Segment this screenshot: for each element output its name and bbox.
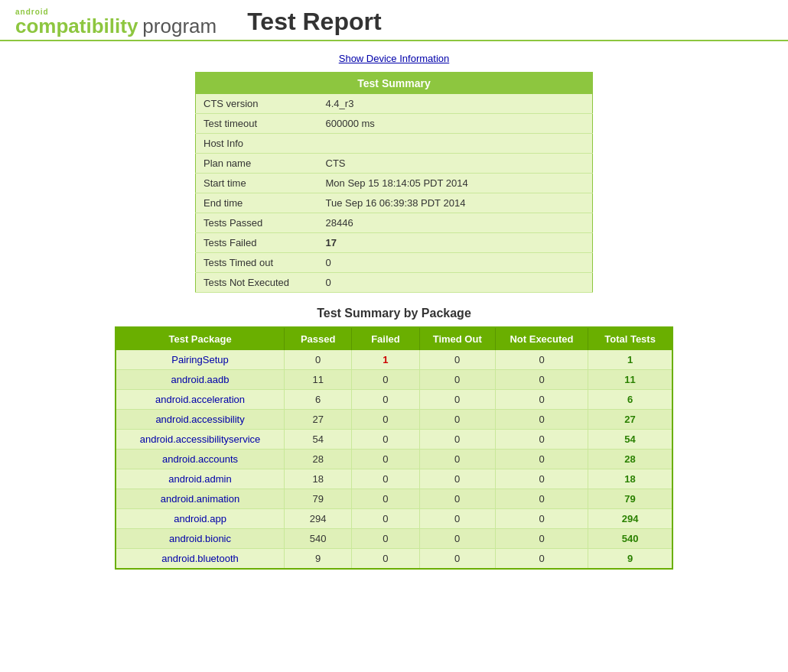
summary-label: Tests Timed out [196,253,318,273]
package-name: android.accessibility [116,410,285,430]
col-test-package: Test Package [116,327,285,350]
summary-label: Tests Failed [196,233,318,253]
passed-count: 27 [285,410,352,430]
col-total-tests: Total Tests [588,327,672,350]
package-link[interactable]: android.accounts [162,453,238,465]
summary-header-row: Test Summary [196,73,593,95]
timed-out-count: 0 [419,350,495,370]
package-name: android.bionic [116,529,285,549]
package-table-header-row: Test Package Passed Failed Timed Out Not… [116,327,672,350]
passed-count: 294 [285,509,352,529]
summary-row: CTS version4.4_r3 [196,94,593,114]
failed-count: 0 [352,390,419,410]
package-link[interactable]: android.acceleration [155,394,245,405]
summary-row: Tests Not Executed0 [196,273,593,293]
total-count: 6 [588,390,672,410]
not-executed-count: 0 [495,430,588,450]
total-count: 54 [588,430,672,450]
page-title: Test Report [247,8,381,36]
failed-count: 0 [352,450,419,469]
timed-out-count: 0 [419,489,495,509]
failed-count: 0 [352,370,419,390]
package-link[interactable]: android.aadb [171,374,230,385]
summary-value: Tue Sep 16 06:39:38 PDT 2014 [318,193,593,213]
not-executed-count: 0 [495,390,588,410]
not-executed-count: 0 [495,469,588,489]
table-row: android.app294000294 [116,509,672,529]
not-executed-count: 0 [495,549,588,570]
summary-label: Tests Not Executed [196,273,318,293]
package-link[interactable]: android.app [174,513,226,524]
summary-label: Tests Passed [196,213,318,233]
summary-tbody: CTS version4.4_r3Test timeout600000 msHo… [196,94,593,293]
package-name: android.app [116,509,285,529]
package-name: android.accessibilityservice [116,430,285,450]
package-link[interactable]: android.admin [168,473,231,485]
failed-count: 0 [352,509,419,529]
summary-row: Start timeMon Sep 15 18:14:05 PDT 2014 [196,174,593,193]
total-count: 11 [588,370,672,390]
summary-row: Test timeout600000 ms [196,114,593,134]
summary-value: CTS [318,154,593,174]
package-name: PairingSetup [116,350,285,370]
passed-count: 11 [285,370,352,390]
package-link[interactable]: android.animation [161,493,239,505]
package-link[interactable]: android.accessibility [155,414,244,425]
package-table-header: Test Package Passed Failed Timed Out Not… [116,327,672,350]
failed-count: 0 [352,430,419,450]
table-row: android.admin1800018 [116,469,672,489]
summary-label: Host Info [196,134,318,154]
failed-count: 1 [352,350,419,370]
col-failed: Failed [352,327,419,350]
col-not-executed: Not Executed [495,327,588,350]
table-row: android.accessibilityservice5400054 [116,430,672,450]
show-device-info-link[interactable]: Show Device Information [339,53,450,64]
col-passed: Passed [285,327,352,350]
package-name: android.acceleration [116,390,285,410]
summary-value: 17 [318,233,593,253]
summary-value: 0 [318,273,593,293]
summary-row: Plan nameCTS [196,154,593,174]
summary-label: Test timeout [196,114,318,134]
not-executed-count: 0 [495,350,588,370]
header: android compatibility program Test Repor… [0,0,788,41]
package-link[interactable]: android.bluetooth [161,553,238,564]
timed-out-count: 0 [419,410,495,430]
summary-value: 600000 ms [318,114,593,134]
package-name: android.animation [116,489,285,509]
summary-label: CTS version [196,94,318,114]
package-link[interactable]: android.accessibilityservice [140,433,261,445]
passed-count: 79 [285,489,352,509]
not-executed-count: 0 [495,509,588,529]
package-name: android.accounts [116,450,285,469]
table-row: android.aadb1100011 [116,370,672,390]
timed-out-count: 0 [419,469,495,489]
total-count: 79 [588,489,672,509]
package-table-container: Test Package Passed Failed Timed Out Not… [115,326,673,570]
table-row: android.acceleration60006 [116,390,672,410]
timed-out-count: 0 [419,370,495,390]
table-row: android.bluetooth90009 [116,549,672,570]
total-count: 1 [588,350,672,370]
summary-row: Host Info [196,134,593,154]
not-executed-count: 0 [495,489,588,509]
summary-container: Test Summary CTS version4.4_r3Test timeo… [195,72,593,293]
total-count: 9 [588,549,672,570]
passed-count: 0 [285,350,352,370]
not-executed-count: 0 [495,450,588,469]
total-count: 28 [588,450,672,469]
summary-label: Start time [196,174,318,193]
total-count: 18 [588,469,672,489]
total-count: 294 [588,509,672,529]
failed-count: 0 [352,410,419,430]
package-table-body: PairingSetup01001android.aadb1100011andr… [116,350,672,569]
failed-count: 0 [352,469,419,489]
passed-count: 6 [285,390,352,410]
summary-row: Tests Failed17 [196,233,593,253]
package-link[interactable]: PairingSetup [171,354,228,365]
timed-out-count: 0 [419,430,495,450]
total-count: 540 [588,529,672,549]
timed-out-count: 0 [419,509,495,529]
logo-program-text: program [142,16,217,36]
package-link[interactable]: android.bionic [169,533,231,544]
